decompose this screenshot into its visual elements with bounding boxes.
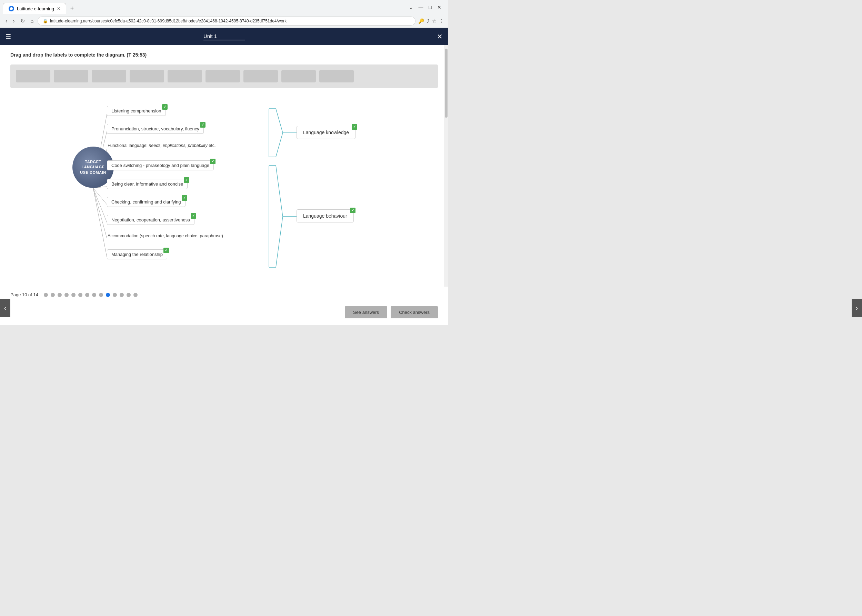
address-icons: 🔑 ⤴ ☆ ⋮ [418,18,444,24]
close-button[interactable]: ✕ [437,32,443,41]
tab-bar: Latitude e-learning ✕ + ⌄ — □ ✕ [0,0,448,14]
svg-line-6 [93,188,107,204]
svg-line-7 [93,188,107,222]
svg-line-19 [276,165,283,217]
drag-slot-7[interactable] [243,70,278,82]
maximize-button[interactable]: □ [429,5,432,10]
page-dot-13[interactable] [127,293,131,297]
label-code-switching[interactable]: Code switching - phraseology and plain l… [107,160,214,170]
pagination-text: Page 10 of 14 [10,292,38,297]
window-close-button[interactable]: ✕ [437,5,441,10]
svg-line-14 [276,133,283,157]
content-area: Drag and drop the labels to complete the… [0,45,448,287]
svg-line-9 [93,188,107,257]
svg-line-20 [276,217,283,267]
tab-close-icon[interactable]: ✕ [57,6,60,11]
drag-slot-3[interactable] [92,70,126,82]
page-dot-5[interactable] [71,293,75,297]
address-bar: ‹ › ↻ ⌂ 🔒 latitude-elearning.aero/course… [0,14,448,28]
page-dot-6[interactable] [78,293,82,297]
circle-line3: USE DOMAIN [80,170,106,174]
share-icon[interactable]: ⤴ [427,18,429,24]
circle-line2: LANGUAGE [82,165,105,169]
header-title: Unit 1 [203,33,245,40]
diagram: TARGET LANGUAGE USE DOMAIN Listening com… [35,98,414,278]
app-header: ☰ Unit 1 ✕ [0,28,448,45]
bookmark-icon[interactable]: ☆ [432,18,436,24]
page-dot-1[interactable] [44,293,48,297]
plain-accommodation: Accommodation (speech rate, language cho… [108,234,223,238]
header-underline [203,40,245,40]
active-tab[interactable]: Latitude e-learning ✕ [3,3,66,14]
see-answers-button[interactable]: See answers [345,306,387,318]
label-listening-comprehension[interactable]: Listening comprehension [107,106,166,116]
page-dot-7[interactable] [85,293,89,297]
drag-drop-area[interactable] [10,64,438,88]
more-icon[interactable]: ⋮ [439,18,444,24]
nav-arrow-left[interactable]: ‹ [0,299,10,317]
label-being-clear[interactable]: Being clear, informative and concise [107,179,188,189]
lock-icon: 🔒 [43,19,48,24]
tab-label: Latitude e-learning [17,6,54,11]
chevron-down-icon: ⌄ [409,5,413,10]
footer-buttons: See answers Check answers [0,303,448,325]
drag-slot-2[interactable] [54,70,88,82]
drag-slot-9[interactable] [319,70,354,82]
page-dot-12[interactable] [119,293,124,297]
home-button[interactable]: ⌂ [29,17,35,25]
new-tab-button[interactable]: + [68,3,77,13]
key-icon: 🔑 [418,18,424,24]
reload-button[interactable]: ↻ [19,16,26,25]
page-dot-10[interactable] [106,293,110,297]
page-dot-14[interactable] [133,293,138,297]
label-checking[interactable]: Checking, confirming and clarifying [107,197,185,207]
page-dot-11[interactable] [113,293,117,297]
page-dot-3[interactable] [58,293,62,297]
page-dot-4[interactable] [64,293,69,297]
window-controls: ⌄ — □ ✕ [405,5,446,13]
circle-line1: TARGET [85,160,101,164]
instruction-text: Drag and drop the labels to complete the… [10,52,438,58]
forward-button[interactable]: › [11,17,16,25]
page-dot-8[interactable] [92,293,96,297]
check-answers-button[interactable]: Check answers [391,306,438,318]
svg-point-0 [10,7,13,10]
plain-functional-language: Functional language: needs, implications… [108,143,215,148]
category-language-behaviour[interactable]: Language behaviour [297,209,354,222]
browser-chrome: Latitude e-learning ✕ + ⌄ — □ ✕ ‹ › ↻ ⌂ … [0,0,448,28]
page-dot-2[interactable] [51,293,55,297]
label-negotiation[interactable]: Negotiation, cooperation, assertiveness [107,215,195,225]
page-dot-9[interactable] [99,293,103,297]
tab-favicon [9,6,14,11]
menu-icon[interactable]: ☰ [6,33,11,40]
drag-slot-8[interactable] [281,70,316,82]
url-bar[interactable]: 🔒 latitude-elearning.aero/courses/c0efc5… [38,17,416,25]
category-language-knowledge[interactable]: Language knowledge [297,126,355,139]
minimize-button[interactable]: — [419,5,423,10]
drag-slot-1[interactable] [16,70,50,82]
svg-line-8 [93,188,107,238]
app: ☰ Unit 1 ✕ Drag and drop the labels to c… [0,28,448,325]
pagination: Page 10 of 14 [0,287,448,303]
drag-slot-5[interactable] [168,70,202,82]
label-managing-relationship[interactable]: Managing the relationship [107,249,167,259]
back-button[interactable]: ‹ [4,17,9,25]
label-pronunciation[interactable]: Pronunciation, structure, vocabulary, fl… [107,124,204,134]
drag-slot-6[interactable] [206,70,240,82]
svg-line-13 [276,108,283,133]
url-text: latitude-elearning.aero/courses/c0efc5da… [50,19,287,24]
drag-slot-4[interactable] [130,70,164,82]
